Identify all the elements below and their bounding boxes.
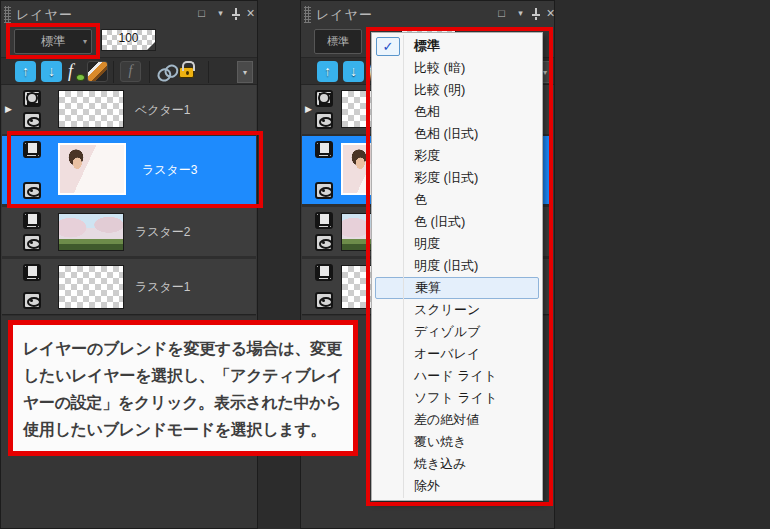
blend-mode-menu: ✓ 標準 比較 (暗) 比較 (明) 色相 色相 (旧式) 彩度 彩度 (旧式)… [371, 32, 543, 501]
menu-item-dissolve[interactable]: ディゾルブ [372, 321, 542, 343]
panel-titlebar[interactable]: レイヤー □ ▾ × [1, 1, 257, 27]
layer-thumbnail [58, 90, 124, 128]
raster-layer-icon [23, 141, 41, 158]
menu-item-dodge[interactable]: 覆い焼き [372, 431, 542, 453]
menu-item-burn[interactable]: 焼き込み [372, 453, 542, 475]
lock-transparency-button[interactable] [179, 67, 194, 78]
visibility-eye-icon[interactable] [315, 182, 333, 199]
new-layer-button[interactable]: f [65, 61, 86, 82]
panel-titlebar[interactable]: レイヤー □ ▾ × [301, 1, 554, 27]
move-layer-down-button[interactable]: ↓ [41, 61, 62, 82]
visibility-eye-icon[interactable] [23, 182, 41, 199]
panel-menu-button[interactable]: ▾ [513, 5, 528, 22]
restore-icon: □ [198, 7, 205, 19]
move-layer-up-button[interactable]: ↑ [15, 61, 36, 82]
menu-item-exclusion[interactable]: 除外 [372, 475, 542, 497]
script-f-icon: f [129, 63, 133, 78]
toolbar-separator [113, 61, 114, 83]
menu-item-overlay[interactable]: オーバレイ [372, 343, 542, 365]
arrow-down-icon: ↓ [350, 63, 357, 79]
chevron-down-icon: ▾ [83, 30, 87, 53]
script-button[interactable]: f [120, 61, 141, 82]
arrow-down-icon: ↓ [48, 63, 55, 79]
toolbar-separator [208, 61, 209, 83]
layer-toolbar: ↑ ↓ f f ▾ [1, 57, 257, 85]
menu-item-hue-legacy[interactable]: 色相 (旧式) [372, 123, 542, 145]
menu-item-multiply-highlighted[interactable]: 乗算 [375, 277, 539, 299]
chevron-down-icon: ▾ [543, 68, 547, 77]
visibility-eye-icon[interactable] [23, 292, 41, 309]
menu-item-difference[interactable]: 差の絶対値 [372, 409, 542, 431]
vector-layer-icon [23, 90, 41, 107]
pin-icon [531, 8, 541, 20]
green-dot-icon [76, 74, 85, 81]
note-line: ヤーの設定」をクリック。表示された中から [23, 389, 343, 416]
restore-button[interactable]: □ [494, 5, 509, 22]
drag-grip-icon[interactable] [4, 6, 11, 23]
menu-item-luminance[interactable]: 明度 [372, 233, 542, 255]
blend-mode-dropdown[interactable]: 標準 ▾ [14, 29, 92, 54]
layer-list: ▶ ベクター1 ラスター3 ラスター2 ラスター1 [2, 85, 256, 316]
layer-name: ラスター1 [135, 279, 191, 296]
layer-name: ラスター2 [135, 224, 191, 241]
chevron-down-icon: ▾ [218, 8, 223, 18]
pin-button[interactable] [528, 5, 543, 22]
raster-layer-icon [315, 264, 333, 281]
panel-menu-button[interactable]: ▾ [213, 5, 228, 22]
toolbar-separator [149, 61, 150, 83]
menu-item-color-legacy[interactable]: 色 (旧式) [372, 211, 542, 233]
layer-row-vector1[interactable]: ▶ ベクター1 [2, 85, 256, 134]
pin-button[interactable] [228, 5, 243, 22]
menu-item-luminance-legacy[interactable]: 明度 (旧式) [372, 255, 542, 277]
edit-layer-button[interactable] [87, 61, 108, 82]
expand-arrow-icon[interactable]: ▶ [305, 104, 312, 114]
raster-layer-icon [23, 264, 41, 281]
menu-item-darken[interactable]: 比較 (暗) [372, 57, 542, 79]
opacity-field[interactable]: 100 [101, 29, 156, 51]
close-icon: × [246, 5, 254, 21]
close-button[interactable]: × [543, 5, 558, 22]
layer-thumbnail-landscape [58, 213, 124, 251]
panel-title: レイヤー [16, 6, 73, 24]
pin-icon [231, 8, 241, 20]
chevron-down-icon: ▾ [518, 8, 523, 18]
note-line: レイヤーのブレンドを変更する場合は、変更 [23, 335, 343, 362]
layer-name: ラスター3 [142, 162, 198, 179]
move-layer-down-button[interactable]: ↓ [343, 61, 364, 82]
link-layers-button[interactable] [152, 57, 180, 85]
layer-row-raster1[interactable]: ラスター1 [2, 259, 256, 315]
menu-item-color[interactable]: 色 [372, 189, 542, 211]
visibility-eye-icon[interactable] [23, 234, 41, 251]
menu-item-hue[interactable]: 色相 [372, 101, 542, 123]
raster-layer-icon [23, 212, 41, 229]
checkmark-icon: ✓ [376, 37, 400, 56]
layer-row-raster3-selected[interactable]: ラスター3 [2, 136, 256, 204]
restore-button[interactable]: □ [194, 5, 209, 22]
visibility-eye-icon[interactable] [315, 112, 333, 129]
menu-item-saturation[interactable]: 彩度 [372, 145, 542, 167]
close-icon: × [546, 5, 554, 21]
layer-name: ベクター1 [135, 102, 191, 119]
arrow-up-icon: ↑ [22, 63, 29, 79]
fo-icon: f [68, 61, 73, 81]
menu-item-hard-light[interactable]: ハード ライト [372, 365, 542, 387]
visibility-eye-icon[interactable] [23, 112, 41, 129]
restore-icon: □ [498, 7, 505, 19]
menu-item-soft-light[interactable]: ソフト ライト [372, 387, 542, 409]
menu-item-lighten[interactable]: 比較 (明) [372, 79, 542, 101]
visibility-eye-icon[interactable] [315, 292, 333, 309]
expand-arrow-icon[interactable]: ▶ [5, 104, 12, 114]
note-line: したいレイヤーを選択し、「アクティブレイ [23, 362, 343, 389]
raster-layer-icon [315, 141, 333, 158]
layer-row-raster2[interactable]: ラスター2 [2, 207, 256, 256]
menu-item-screen[interactable]: スクリーン [372, 299, 542, 321]
blend-mode-dropdown[interactable]: 標準 [314, 29, 362, 54]
toolbar-overflow-button[interactable]: ▾ [237, 61, 253, 83]
chevron-down-icon: ▾ [243, 68, 247, 77]
move-layer-up-button[interactable]: ↑ [317, 61, 338, 82]
drag-grip-icon[interactable] [304, 6, 311, 23]
layer-thumbnail-portrait [58, 143, 126, 195]
visibility-eye-icon[interactable] [315, 234, 333, 251]
menu-item-saturation-legacy[interactable]: 彩度 (旧式) [372, 167, 542, 189]
close-button[interactable]: × [243, 5, 258, 22]
